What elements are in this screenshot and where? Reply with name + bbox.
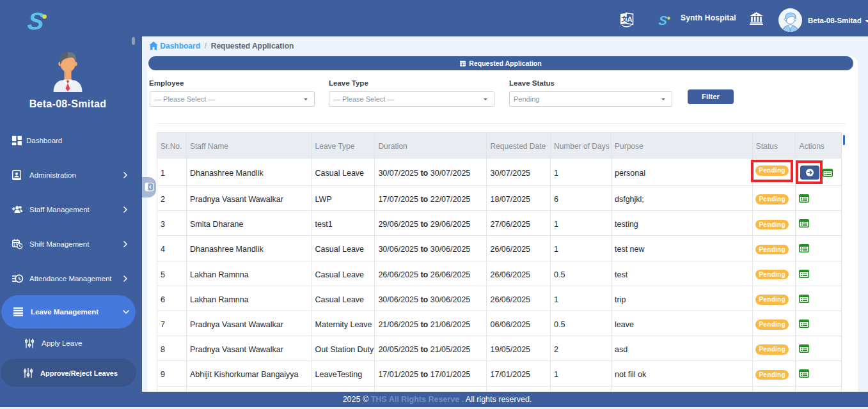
svg-text:S: S xyxy=(26,8,45,33)
svg-text:A: A xyxy=(627,15,633,23)
svg-text:S: S xyxy=(658,14,668,27)
